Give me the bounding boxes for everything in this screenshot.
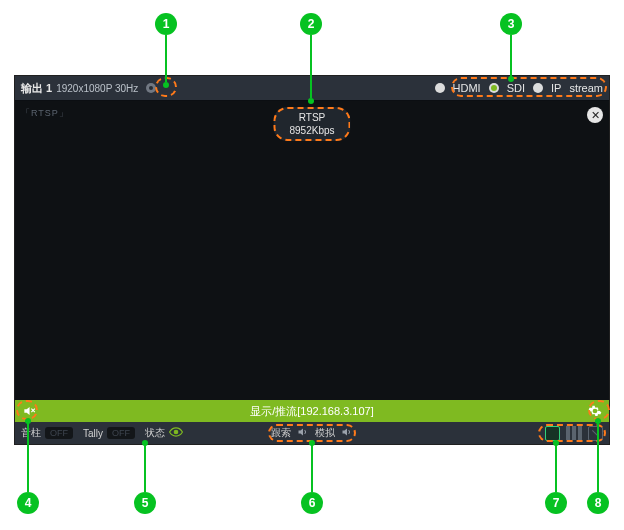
- callout-4-line: [27, 422, 29, 492]
- callout-8: 8: [587, 492, 609, 514]
- footer-tally-chip: OFF: [107, 427, 135, 439]
- callout-6-line: [311, 444, 313, 492]
- svg-marker-5: [343, 429, 348, 436]
- video-preview: 「RTSP」 ✕ RTSP 8952Kbps: [15, 100, 609, 400]
- rtsp-pill-protocol: RTSP: [289, 112, 334, 125]
- radio-ip-label: IP: [551, 82, 561, 94]
- speaker-icon[interactable]: [297, 426, 309, 440]
- footer-status[interactable]: 状态: [145, 426, 183, 441]
- footer-follow-label[interactable]: 跟索: [271, 426, 291, 440]
- callout-1: 1: [155, 13, 177, 35]
- output-title: 输出 1: [21, 81, 52, 96]
- output-header: 输出 1 1920x1080P 30Hz HDMI SDI IP stream: [15, 76, 609, 100]
- callout-6: 6: [301, 492, 323, 514]
- radio-hdmi-label: HDMI: [453, 82, 481, 94]
- callout-4: 4: [17, 492, 39, 514]
- footer-status-label: 状态: [145, 426, 165, 440]
- output-resolution: 1920x1080P 30Hz: [56, 83, 138, 94]
- output-selector-group: HDMI SDI IP stream: [435, 82, 603, 94]
- callout-5-dot: [142, 440, 148, 446]
- callout-3-dot: [508, 76, 514, 82]
- footer-center-group: 跟索 模拟: [271, 426, 353, 440]
- footer-tally[interactable]: Tally OFF: [83, 427, 135, 439]
- eye-icon: [169, 426, 183, 441]
- status-text: 显示/推流[192.168.3.107]: [250, 404, 374, 419]
- callout-7-line: [555, 444, 557, 492]
- record-indicator-icon[interactable]: [146, 83, 156, 93]
- callout-6-dot: [309, 440, 315, 446]
- footer-tally-label: Tally: [83, 428, 103, 439]
- callout-8-line: [597, 422, 599, 492]
- callout-8-dot: [595, 418, 601, 424]
- rtsp-bitrate-pill: RTSP 8952Kbps: [273, 107, 350, 141]
- layout-single-button[interactable]: [545, 426, 560, 441]
- callout-7-dot: [553, 440, 559, 446]
- rtsp-corner-tag: 「RTSP」: [21, 107, 69, 120]
- footer-audio-label: 音柱: [21, 426, 41, 440]
- rtsp-pill-bitrate: 8952Kbps: [289, 125, 334, 138]
- callout-1-dot: [163, 82, 169, 88]
- layout-crop-button[interactable]: [588, 426, 603, 441]
- mute-icon[interactable]: [21, 403, 37, 419]
- callout-4-dot: [25, 418, 31, 424]
- footer-analog-label[interactable]: 模拟: [315, 426, 335, 440]
- svg-point-3: [174, 430, 178, 434]
- radio-hdmi[interactable]: [435, 83, 445, 93]
- radio-stream-label: stream: [569, 82, 603, 94]
- callout-5: 5: [134, 492, 156, 514]
- status-bar: 显示/推流[192.168.3.107]: [15, 400, 609, 422]
- layout-columns-button[interactable]: [566, 426, 582, 440]
- radio-ip[interactable]: [533, 83, 543, 93]
- svg-marker-4: [299, 429, 304, 436]
- callout-2: 2: [300, 13, 322, 35]
- speaker-icon[interactable]: [341, 426, 353, 440]
- radio-sdi[interactable]: [489, 83, 499, 93]
- callout-3: 3: [500, 13, 522, 35]
- gear-icon[interactable]: [587, 403, 603, 419]
- radio-sdi-label: SDI: [507, 82, 525, 94]
- output-panel: 输出 1 1920x1080P 30Hz HDMI SDI IP stream …: [14, 75, 610, 445]
- footer-audio-chip: OFF: [45, 427, 73, 439]
- callout-5-line: [144, 444, 146, 492]
- close-icon[interactable]: ✕: [587, 107, 603, 123]
- callout-1-line: [165, 35, 167, 82]
- footer-layout-group: [545, 426, 603, 441]
- callout-3-line: [510, 35, 512, 77]
- callout-2-line: [310, 35, 312, 98]
- callout-7: 7: [545, 492, 567, 514]
- callout-2-dot: [308, 98, 314, 104]
- svg-marker-0: [24, 407, 29, 415]
